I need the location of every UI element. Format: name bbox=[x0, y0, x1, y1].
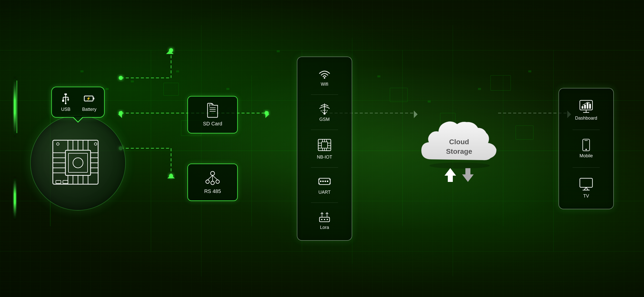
svg-marker-60 bbox=[67, 99, 69, 101]
divider-5 bbox=[573, 130, 600, 130]
nbiot-item: NB-IOT bbox=[307, 135, 342, 162]
divider-1 bbox=[311, 94, 338, 95]
svg-rect-54 bbox=[64, 93, 67, 95]
svg-text:Storage: Storage bbox=[446, 147, 472, 155]
svg-point-130 bbox=[327, 180, 328, 182]
gsm-label: GSM bbox=[319, 117, 330, 122]
svg-rect-150 bbox=[584, 105, 586, 109]
svg-point-62 bbox=[65, 103, 66, 104]
circuit-board-icon bbox=[38, 123, 118, 203]
middle-left-section: SD Card RS 485 bbox=[187, 96, 238, 201]
svg-rect-151 bbox=[587, 103, 588, 109]
power-bubble: USB ⚡ Battery bbox=[51, 87, 104, 118]
svg-rect-93 bbox=[63, 180, 68, 183]
cloud-shape-container: Cloud Storage bbox=[416, 114, 502, 169]
svg-rect-149 bbox=[582, 106, 583, 109]
svg-point-138 bbox=[321, 219, 323, 220]
rs485-label: RS 485 bbox=[204, 188, 221, 194]
gsm-item: GSM bbox=[307, 100, 342, 125]
svg-rect-156 bbox=[580, 178, 592, 187]
svg-point-100 bbox=[211, 171, 215, 175]
lora-icon bbox=[318, 210, 331, 223]
svg-point-133 bbox=[319, 179, 320, 180]
svg-text:Cloud: Cloud bbox=[449, 138, 469, 146]
rs485-card: RS 485 bbox=[187, 164, 238, 201]
mobile-icon bbox=[580, 139, 592, 151]
svg-rect-66 bbox=[53, 140, 98, 184]
divider-4 bbox=[311, 203, 338, 203]
svg-point-128 bbox=[322, 180, 324, 182]
svg-marker-144 bbox=[445, 168, 456, 182]
svg-marker-145 bbox=[462, 168, 474, 182]
wifi-item: Wifi bbox=[307, 65, 342, 89]
cloud-svg: Cloud Storage bbox=[416, 114, 502, 169]
svg-rect-92 bbox=[56, 180, 61, 183]
uart-label: UART bbox=[318, 190, 331, 195]
lora-item: Lora bbox=[307, 208, 342, 233]
sd-card-icon bbox=[205, 103, 220, 118]
left-section: USB ⚡ Battery bbox=[30, 87, 126, 211]
svg-point-140 bbox=[327, 219, 328, 220]
tv-label: TV bbox=[583, 193, 589, 199]
dashboard-item: Dashboard bbox=[569, 96, 603, 123]
mobile-item: Mobile bbox=[569, 136, 603, 161]
svg-point-132 bbox=[329, 183, 330, 184]
svg-point-103 bbox=[216, 180, 219, 183]
battery-item: ⚡ Battery bbox=[82, 92, 96, 112]
divider-6 bbox=[573, 167, 600, 168]
wifi-label: Wifi bbox=[321, 82, 328, 87]
tv-item: TV bbox=[569, 174, 603, 201]
svg-point-154 bbox=[585, 149, 587, 150]
svg-point-134 bbox=[319, 183, 320, 184]
lora-label: Lora bbox=[320, 225, 329, 230]
cloud-section: Cloud Storage bbox=[416, 114, 502, 183]
divider-3 bbox=[311, 167, 338, 168]
endpoints-panel: Dashboard Mobile TV bbox=[558, 88, 614, 209]
communications-panel: Wifi GSM bbox=[297, 57, 352, 241]
svg-rect-68 bbox=[68, 153, 88, 172]
dashboard-label: Dashboard bbox=[575, 116, 597, 121]
mobile-label: Mobile bbox=[579, 153, 593, 159]
usb-label: USB bbox=[61, 107, 70, 112]
rs485-icon bbox=[205, 170, 220, 185]
sd-card-label: SD Card bbox=[203, 121, 222, 127]
battery-icon: ⚡ bbox=[83, 92, 96, 105]
svg-point-141 bbox=[429, 163, 490, 169]
uart-icon bbox=[318, 175, 331, 188]
sd-card-card: SD Card bbox=[187, 96, 238, 133]
svg-point-131 bbox=[329, 179, 330, 180]
svg-rect-152 bbox=[589, 104, 591, 109]
svg-point-69 bbox=[73, 158, 83, 168]
svg-rect-58 bbox=[62, 100, 64, 102]
nbiot-icon bbox=[317, 137, 332, 153]
wifi-icon bbox=[318, 67, 331, 80]
svg-point-90 bbox=[57, 143, 59, 145]
svg-rect-64 bbox=[93, 97, 94, 100]
svg-point-107 bbox=[324, 77, 325, 79]
svg-rect-113 bbox=[321, 142, 328, 148]
circuit-board-section bbox=[30, 115, 126, 211]
main-container: USB ⚡ Battery bbox=[0, 0, 644, 297]
svg-point-102 bbox=[211, 181, 214, 185]
svg-point-129 bbox=[325, 180, 326, 182]
usb-item: USB bbox=[59, 92, 72, 112]
svg-point-127 bbox=[320, 180, 321, 182]
dashboard-icon bbox=[579, 98, 594, 114]
svg-line-158 bbox=[586, 187, 588, 190]
svg-point-139 bbox=[324, 219, 325, 220]
svg-text:⚡: ⚡ bbox=[86, 96, 91, 101]
svg-point-101 bbox=[206, 180, 209, 183]
nbiot-label: NB-IOT bbox=[317, 155, 332, 160]
svg-rect-67 bbox=[65, 150, 91, 175]
svg-line-106 bbox=[213, 175, 218, 180]
svg-line-104 bbox=[208, 175, 213, 180]
usb-icon bbox=[59, 92, 72, 105]
svg-point-91 bbox=[94, 143, 97, 145]
uart-item: UART bbox=[307, 173, 342, 197]
divider-2 bbox=[311, 130, 338, 130]
battery-label: Battery bbox=[82, 107, 96, 112]
gsm-icon bbox=[318, 102, 331, 115]
svg-line-157 bbox=[584, 187, 586, 190]
tv-icon bbox=[579, 176, 594, 191]
